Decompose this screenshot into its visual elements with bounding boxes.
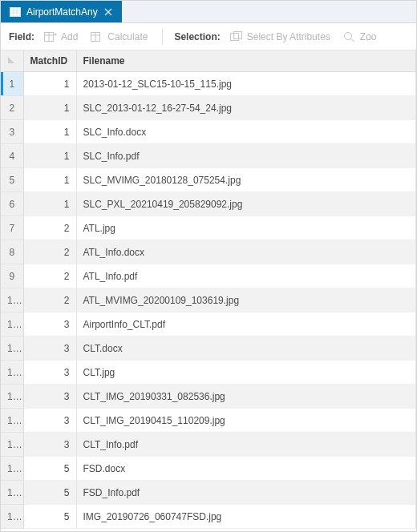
filename-cell[interactable]: SLC_2013-01-12_16-27-54_24.jpg [76,96,416,120]
matchid-cell[interactable]: 1 [23,192,76,216]
row-number-cell[interactable]: 9 [1,264,23,288]
row-number-cell[interactable]: 6 [1,192,23,216]
tab-close-button[interactable] [103,6,114,18]
calculate-icon [91,30,103,43]
row-number-cell[interactable]: 14 [1,385,23,409]
tab-airportmatchany[interactable]: AirportMatchAny [1,1,122,22]
table-body: 112013-01-12_SLC15-10-15_115.jpg21SLC_20… [1,72,416,529]
attribute-table: MatchID Filename 112013-01-12_SLC15-10-1… [1,50,416,529]
row-number-cell[interactable]: 1 [1,72,23,96]
tab-bar: AirportMatchAny [1,1,416,23]
table-row[interactable]: 113AirportInfo_CLT.pdf [1,312,416,337]
table-row[interactable]: 41SLC_Info.pdf [1,144,416,168]
svg-rect-0 [10,7,21,16]
svg-rect-15 [230,33,238,40]
svg-point-17 [344,32,351,39]
row-number-cell[interactable]: 8 [1,240,23,264]
row-number-cell[interactable]: 15 [1,409,23,433]
header-row: MatchID Filename [1,50,416,72]
matchid-cell[interactable]: 2 [23,288,76,312]
matchid-cell[interactable]: 3 [23,312,76,337]
matchid-cell[interactable]: 3 [23,433,76,457]
row-number-cell[interactable]: 7 [1,216,23,240]
header-rowselector[interactable] [1,50,23,72]
table-row[interactable]: 31SLC_Info.docx [1,120,416,144]
filename-cell[interactable]: SLC_MVIMG_20180128_075254.jpg [76,168,416,192]
row-number-cell[interactable]: 18 [1,481,23,505]
calculate-button[interactable]: Calculate [87,29,151,45]
matchid-cell[interactable]: 1 [23,96,76,120]
row-number-cell[interactable]: 17 [1,457,23,481]
filename-cell[interactable]: CLT_IMG_20190415_110209.jpg [76,409,416,433]
table-row[interactable]: 163CLT_Info.pdf [1,433,416,457]
table-row[interactable]: 82ATL_Info.docx [1,240,416,264]
field-group-label: Field: [9,31,34,42]
toolbar-separator [162,29,163,45]
table-row[interactable]: 195IMG_20190726_060747FSD.jpg [1,505,416,529]
filename-cell[interactable]: CLT_Info.pdf [76,433,416,457]
filename-cell[interactable]: IMG_20190726_060747FSD.jpg [76,505,416,529]
zoom-label: Zoo [360,31,377,42]
matchid-cell[interactable]: 3 [23,337,76,361]
row-number-cell[interactable]: 2 [1,96,23,120]
matchid-cell[interactable]: 2 [23,240,76,264]
row-number-cell[interactable]: 19 [1,505,23,529]
matchid-cell[interactable]: 3 [23,409,76,433]
filename-cell[interactable]: AirportInfo_CLT.pdf [76,312,416,337]
table-row[interactable]: 185FSD_Info.pdf [1,481,416,505]
filename-cell[interactable]: ATL_Info.docx [76,240,416,264]
filename-cell[interactable]: SLC_PXL_20210419_205829092.jpg [76,192,416,216]
filename-cell[interactable]: CLT.docx [76,337,416,361]
matchid-cell[interactable]: 1 [23,144,76,168]
table-row[interactable]: 102ATL_MVIMG_20200109_103619.jpg [1,288,416,312]
table-row[interactable]: 175FSD.docx [1,457,416,481]
svg-rect-16 [233,31,241,38]
row-number-cell[interactable]: 13 [1,361,23,385]
table-row[interactable]: 153CLT_IMG_20190415_110209.jpg [1,409,416,433]
filename-cell[interactable]: ATL_MVIMG_20200109_103619.jpg [76,288,416,312]
zoom-to-button[interactable]: Zoo [340,29,380,45]
matchid-cell[interactable]: 2 [23,216,76,240]
header-filename[interactable]: Filename [76,50,416,72]
filename-cell[interactable]: ATL.jpg [76,216,416,240]
row-number-cell[interactable]: 16 [1,433,23,457]
filename-cell[interactable]: FSD_Info.pdf [76,481,416,505]
filename-cell[interactable]: CLT.jpg [76,361,416,385]
select-by-attributes-label: Select By Attributes [247,31,330,42]
matchid-cell[interactable]: 1 [23,120,76,144]
table-scroll[interactable]: MatchID Filename 112013-01-12_SLC15-10-1… [1,50,416,531]
matchid-cell[interactable]: 3 [23,385,76,409]
table-row[interactable]: 133CLT.jpg [1,361,416,385]
table-row[interactable]: 72ATL.jpg [1,216,416,240]
filename-cell[interactable]: FSD.docx [76,457,416,481]
attribute-table-window: AirportMatchAny Field: Add Calculate Sel… [0,0,417,532]
row-number-cell[interactable]: 5 [1,168,23,192]
matchid-cell[interactable]: 5 [23,505,76,529]
header-matchid[interactable]: MatchID [23,50,76,72]
matchid-cell[interactable]: 5 [23,481,76,505]
matchid-cell[interactable]: 3 [23,361,76,385]
table-row[interactable]: 112013-01-12_SLC15-10-15_115.jpg [1,72,416,96]
matchid-cell[interactable]: 1 [23,72,76,96]
matchid-cell[interactable]: 5 [23,457,76,481]
table-row[interactable]: 92ATL_Info.pdf [1,264,416,288]
filename-cell[interactable]: 2013-01-12_SLC15-10-15_115.jpg [76,72,416,96]
filename-cell[interactable]: SLC_Info.pdf [76,144,416,168]
row-number-cell[interactable]: 12 [1,337,23,361]
select-by-attributes-button[interactable]: Select By Attributes [227,29,334,45]
matchid-cell[interactable]: 2 [23,264,76,288]
filename-cell[interactable]: ATL_Info.pdf [76,264,416,288]
table-row[interactable]: 51SLC_MVIMG_20180128_075254.jpg [1,168,416,192]
add-field-button[interactable]: Add [41,29,81,45]
table-row[interactable]: 21SLC_2013-01-12_16-27-54_24.jpg [1,96,416,120]
table-row[interactable]: 143CLT_IMG_20190331_082536.jpg [1,385,416,409]
filename-cell[interactable]: SLC_Info.docx [76,120,416,144]
row-number-cell[interactable]: 3 [1,120,23,144]
row-number-cell[interactable]: 4 [1,144,23,168]
row-number-cell[interactable]: 11 [1,312,23,337]
filename-cell[interactable]: CLT_IMG_20190331_082536.jpg [76,385,416,409]
table-row[interactable]: 123CLT.docx [1,337,416,361]
matchid-cell[interactable]: 1 [23,168,76,192]
table-row[interactable]: 61SLC_PXL_20210419_205829092.jpg [1,192,416,216]
row-number-cell[interactable]: 10 [1,288,23,312]
